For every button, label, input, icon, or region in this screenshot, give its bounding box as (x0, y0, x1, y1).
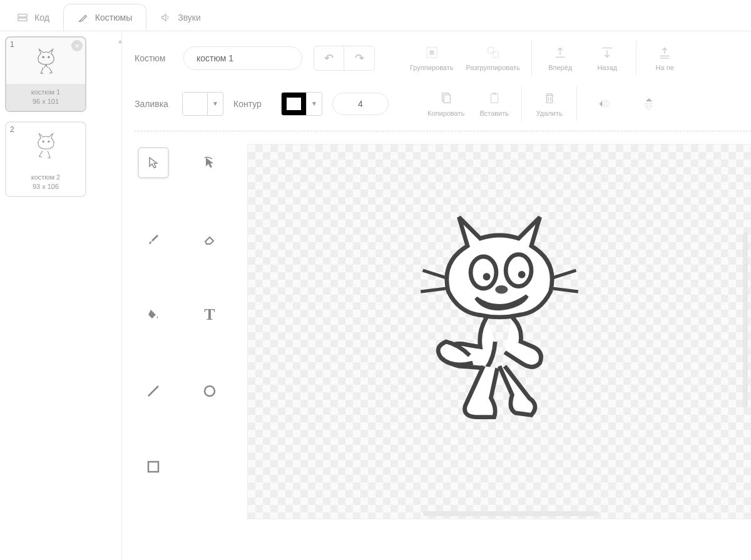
outline-label: Контур (233, 99, 271, 109)
backward-icon (600, 45, 615, 60)
svg-rect-12 (491, 93, 498, 103)
forward-button[interactable]: Вперёд (543, 45, 578, 71)
paste-icon (487, 91, 502, 106)
tab-costumes-label: Костюмы (95, 13, 132, 23)
svg-line-16 (148, 386, 158, 396)
costume-label: костюм 2 93 x 106 (6, 169, 85, 196)
front-icon (657, 45, 672, 60)
undo-button[interactable]: ↶ (314, 46, 344, 70)
svg-line-26 (553, 270, 576, 278)
select-icon (146, 155, 161, 170)
fill-tool[interactable] (138, 299, 169, 330)
svg-point-5 (48, 141, 49, 143)
paste-button[interactable]: Вставить (477, 91, 511, 117)
costume-preview (6, 125, 85, 169)
text-tool[interactable]: T (194, 299, 225, 330)
line-tool[interactable] (138, 375, 169, 407)
editor-area: Костюм ↶ ↷ Группировать Разгруппировать (122, 31, 751, 560)
toolbar-row-1: Костюм ↶ ↷ Группировать Разгруппировать (135, 41, 751, 75)
dashed-divider (135, 131, 751, 131)
forward-icon (553, 45, 568, 60)
trash-icon (542, 91, 557, 106)
svg-point-22 (518, 271, 525, 278)
group-button[interactable]: Группировать (410, 45, 454, 71)
toolbar-row-2: Заливка ▼ Контур ▼ Копировать (135, 86, 751, 121)
svg-line-24 (422, 270, 446, 278)
divider (636, 41, 636, 75)
tab-code-label: Код (34, 13, 49, 23)
chevron-down-icon: ▼ (307, 93, 322, 115)
front-button[interactable]: На пе (648, 45, 682, 71)
svg-rect-13 (493, 92, 496, 94)
fill-label: Заливка (135, 99, 172, 109)
eraser-icon (202, 232, 217, 247)
costume-name-input[interactable] (183, 46, 302, 70)
costume-thumb-2[interactable]: 2 костюм 2 93 x 106 (5, 121, 86, 197)
undo-icon: ↶ (324, 51, 334, 65)
redo-icon: ↷ (355, 51, 364, 65)
flip-horizontal-button[interactable] (587, 96, 621, 111)
svg-line-25 (421, 288, 446, 292)
divider (521, 86, 522, 121)
svg-point-23 (495, 285, 508, 294)
blocks-icon (17, 12, 28, 23)
fill-swatch (183, 93, 208, 115)
costume-label: Костюм (135, 53, 172, 63)
circle-tool[interactable] (194, 375, 225, 407)
rect-tool[interactable] (138, 451, 169, 482)
svg-line-27 (553, 288, 578, 292)
divider (576, 86, 577, 121)
copy-icon (439, 91, 454, 106)
canvas-sprite[interactable] (393, 208, 606, 433)
svg-point-3 (48, 56, 49, 58)
delete-button[interactable]: Удалить (532, 91, 566, 117)
costume-label: костюм 1 96 x 101 (6, 84, 85, 111)
undo-redo-group: ↶ ↷ (314, 46, 375, 71)
circle-icon (202, 384, 217, 399)
reshape-tool[interactable] (194, 147, 225, 178)
svg-point-21 (483, 273, 490, 280)
costume-number: 1 (10, 40, 14, 49)
tab-sounds[interactable]: Звуки (146, 4, 215, 31)
tab-costumes[interactable]: Костюмы (63, 4, 146, 31)
group-icon (424, 45, 439, 60)
svg-point-17 (205, 386, 215, 396)
group-controls: Группировать Разгруппировать (410, 45, 520, 71)
brush-tool[interactable] (138, 223, 169, 255)
paint-canvas[interactable] (247, 144, 751, 519)
redo-button[interactable]: ↷ (344, 46, 374, 70)
canvas-scrollbar-vertical[interactable] (743, 232, 748, 407)
flip-vertical-icon (641, 96, 656, 111)
copy-button[interactable]: Копировать (427, 91, 464, 117)
text-icon: T (204, 305, 215, 324)
chevron-down-icon: ▼ (208, 93, 223, 115)
eraser-tool[interactable] (194, 223, 225, 255)
ungroup-icon (486, 45, 501, 60)
svg-point-19 (471, 257, 496, 288)
clipboard-controls: Копировать Вставить (427, 91, 511, 117)
costume-number: 2 (10, 125, 14, 134)
backward-button[interactable]: Назад (590, 45, 625, 71)
select-tool[interactable] (138, 147, 169, 178)
tab-code[interactable]: Код (3, 4, 63, 31)
svg-point-4 (42, 141, 44, 143)
sound-icon (160, 12, 171, 23)
tab-sounds-label: Звуки (178, 13, 201, 23)
fill-color-picker[interactable]: ▼ (182, 92, 223, 116)
svg-rect-0 (18, 14, 27, 18)
stroke-width-input[interactable] (332, 93, 389, 115)
workspace: T (135, 144, 751, 519)
close-icon[interactable]: ✕ (71, 40, 83, 51)
costume-thumb-1[interactable]: 1 ✕ костюм 1 96 x 101 (5, 36, 86, 112)
costume-list-panel: ▲ 1 ✕ костюм 1 96 x 101 2 костюм 2 93 x … (0, 31, 122, 560)
svg-point-20 (506, 255, 531, 287)
flip-vertical-button[interactable] (631, 96, 666, 111)
layer-controls: Вперёд Назад (543, 45, 625, 71)
main-area: ▲ 1 ✕ костюм 1 96 x 101 2 костюм 2 93 x … (0, 31, 751, 560)
outline-swatch (282, 93, 307, 115)
ungroup-button[interactable]: Разгруппировать (466, 45, 520, 71)
canvas-scrollbar-horizontal[interactable] (423, 511, 598, 516)
scroll-up-icon[interactable]: ▲ (117, 38, 123, 44)
svg-point-2 (42, 56, 44, 58)
outline-color-picker[interactable]: ▼ (281, 92, 322, 116)
